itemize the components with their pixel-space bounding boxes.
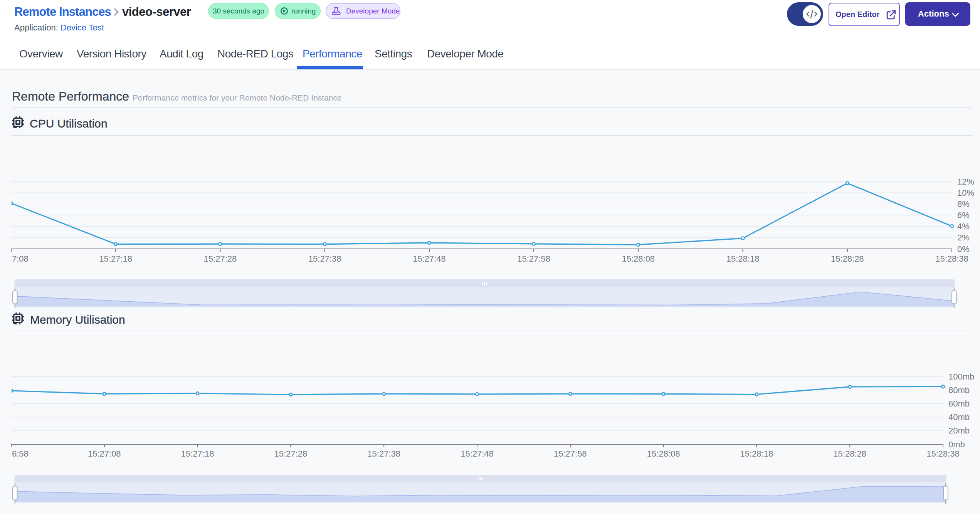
svg-text:15:27:18: 15:27:18 [99, 254, 132, 264]
svg-text:6:58: 6:58 [12, 449, 29, 459]
svg-text:6%: 6% [957, 210, 970, 220]
svg-text:15:27:58: 15:27:58 [517, 254, 550, 264]
svg-text:15:28:38: 15:28:38 [926, 449, 960, 459]
svg-text:15:28:28: 15:28:28 [833, 449, 866, 459]
svg-text:20mb: 20mb [948, 426, 970, 435]
svg-text:60mb: 60mb [948, 399, 970, 408]
svg-text:15:27:48: 15:27:48 [461, 449, 494, 459]
svg-text:15:27:38: 15:27:38 [308, 254, 341, 264]
svg-text:15:27:28: 15:27:28 [274, 449, 308, 459]
svg-text:40mb: 40mb [948, 412, 970, 422]
svg-text:15:28:18: 15:28:18 [740, 449, 773, 459]
svg-text:15:27:38: 15:27:38 [367, 449, 400, 459]
svg-text:10%: 10% [957, 188, 974, 198]
svg-text:0mb: 0mb [948, 440, 965, 449]
svg-text:15:27:48: 15:27:48 [413, 254, 446, 264]
svg-text:15:27:08: 15:27:08 [88, 449, 121, 459]
svg-text:15:28:28: 15:28:28 [831, 254, 864, 264]
svg-text:15:27:18: 15:27:18 [181, 449, 214, 459]
svg-text:12%: 12% [957, 177, 974, 186]
svg-text:4%: 4% [957, 222, 970, 231]
svg-text:2%: 2% [957, 233, 970, 242]
svg-text:15:28:08: 15:28:08 [647, 449, 680, 459]
svg-text:15:28:38: 15:28:38 [935, 254, 968, 264]
svg-text:7:08: 7:08 [12, 254, 29, 264]
svg-text:0%: 0% [957, 244, 970, 254]
svg-text:100mb: 100mb [948, 372, 974, 381]
svg-text:15:28:08: 15:28:08 [622, 254, 655, 264]
svg-text:15:28:18: 15:28:18 [726, 254, 760, 264]
svg-text:15:27:28: 15:27:28 [204, 254, 237, 264]
svg-text:8%: 8% [957, 199, 970, 209]
svg-text:15:27:58: 15:27:58 [554, 449, 587, 459]
svg-text:80mb: 80mb [948, 385, 970, 395]
